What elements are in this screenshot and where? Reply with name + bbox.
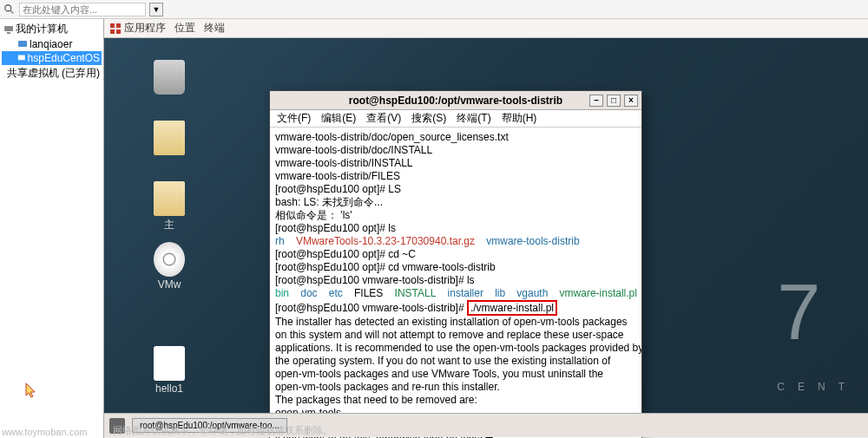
svg-rect-10 xyxy=(116,29,121,34)
desktop-home[interactable]: 主 xyxy=(143,181,195,232)
svg-point-0 xyxy=(5,4,11,10)
vm-icon xyxy=(17,53,26,63)
svg-rect-5 xyxy=(18,56,25,61)
tree-item-lanqiaoer[interactable]: lanqiaoer xyxy=(2,37,102,51)
footer-note: 网络图片仅供展示，非存储，如有侵权请联系删除。 xyxy=(113,424,332,437)
svg-rect-3 xyxy=(7,32,10,34)
vm-view: 应用程序 位置 终端 主 VMw hello1 7CENT root@hspEd… xyxy=(104,19,868,438)
apps-icon xyxy=(109,23,122,35)
toolbar-location-label: 位置 xyxy=(174,21,195,36)
tree-item-label: 共享虚拟机 (已弃用) xyxy=(7,66,100,81)
shared-icon xyxy=(3,69,5,79)
desktop-trash[interactable] xyxy=(143,60,195,96)
desktop-file-hello[interactable]: hello1 xyxy=(143,346,195,395)
menu-terminal[interactable]: 终端(T) xyxy=(457,111,490,126)
centos-text: CENT xyxy=(777,381,858,393)
terminal-menubar: 文件(F) 编辑(E) 查看(V) 搜索(S) 终端(T) 帮助(H) xyxy=(270,110,641,127)
toolbar-apps[interactable]: 应用程序 xyxy=(109,21,166,36)
terminal-title-text: root@hspEdu100:/opt/vmware-tools-distrib xyxy=(349,95,562,107)
highlighted-command: ./vmware-install.pl xyxy=(467,300,557,316)
menu-view[interactable]: 查看(V) xyxy=(366,111,401,126)
toolbar-terminal[interactable]: 终端 xyxy=(204,21,225,36)
desktop-folder-1[interactable] xyxy=(143,121,195,157)
desktop-icon-label: hello1 xyxy=(155,382,183,395)
terminal-titlebar[interactable]: root@hspEdu100:/opt/vmware-tools-distrib… xyxy=(270,91,641,110)
tree-item-label: lanqiaoer xyxy=(30,38,72,50)
menu-edit[interactable]: 编辑(E) xyxy=(321,111,356,126)
toolbar-apps-label: 应用程序 xyxy=(124,21,166,36)
cursor-pointer-icon xyxy=(24,382,38,399)
file-icon xyxy=(154,346,185,381)
search-dropdown-button[interactable]: ▼ xyxy=(149,3,163,16)
close-button[interactable]: × xyxy=(624,95,638,107)
desktop-icon-label: 主 xyxy=(164,219,174,231)
terminal-window[interactable]: root@hspEdu100:/opt/vmware-tools-distrib… xyxy=(269,90,642,438)
folder-icon xyxy=(154,181,185,216)
desktop[interactable]: 主 VMw hello1 7CENT root@hspEdu100:/opt/v… xyxy=(104,38,868,437)
vm-tree-panel: 我的计算机 lanqiaoer hspEduCentOS 共享虚拟机 (已弃用) xyxy=(0,19,104,438)
tree-item-shared[interactable]: 共享虚拟机 (已弃用) xyxy=(2,65,102,82)
svg-rect-8 xyxy=(116,23,121,28)
vm-icon xyxy=(17,39,28,49)
svg-rect-6 xyxy=(3,76,4,77)
svg-line-1 xyxy=(10,10,14,13)
toolbar-location[interactable]: 位置 xyxy=(174,21,195,36)
centos-version: 7 xyxy=(777,282,858,343)
svg-rect-2 xyxy=(4,26,13,31)
maximize-button[interactable]: □ xyxy=(607,95,621,107)
search-input[interactable] xyxy=(19,3,146,16)
folder-icon xyxy=(154,121,185,155)
desktop-icon-label: VMw xyxy=(158,278,181,291)
minimize-button[interactable]: – xyxy=(589,95,603,107)
search-icon xyxy=(3,3,16,16)
search-bar: ▼ xyxy=(0,0,868,19)
computer-icon xyxy=(3,24,14,35)
svg-rect-9 xyxy=(110,29,115,34)
trash-icon xyxy=(154,60,185,95)
disc-icon xyxy=(154,242,185,277)
tree-item-label: hspEduCentOS xyxy=(28,52,100,64)
menu-search[interactable]: 搜索(S) xyxy=(411,111,446,126)
toolbar-terminal-label: 终端 xyxy=(204,21,225,36)
tree-root-label: 我的计算机 xyxy=(16,22,68,36)
footer-url: www.toymoban.com xyxy=(2,427,87,437)
svg-rect-7 xyxy=(110,23,115,28)
svg-rect-4 xyxy=(18,41,27,47)
tree-root[interactable]: 我的计算机 xyxy=(2,21,102,37)
vm-toolbar: 应用程序 位置 终端 xyxy=(104,19,868,38)
centos-watermark: 7CENT xyxy=(777,282,858,402)
terminal-body[interactable]: vmware-tools-distrib/doc/open_source_lic… xyxy=(270,127,641,438)
desktop-disc[interactable]: VMw xyxy=(143,242,195,291)
menu-file[interactable]: 文件(F) xyxy=(277,111,311,126)
tree-item-hspeducentos[interactable]: hspEduCentOS xyxy=(2,51,102,65)
menu-help[interactable]: 帮助(H) xyxy=(502,111,537,126)
